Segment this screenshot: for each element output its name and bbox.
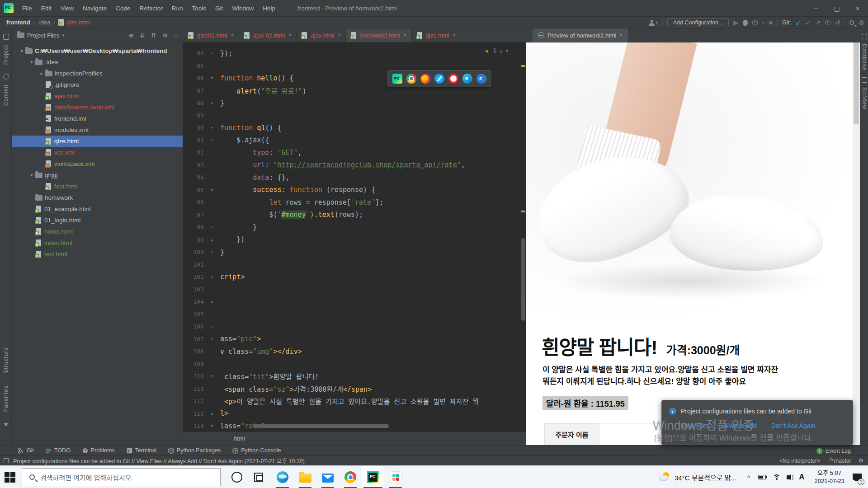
tree-item-frontend-iml[interactable]: ■frontend.iml — [12, 113, 183, 124]
battery-icon[interactable] — [758, 475, 766, 479]
tab-ajax-02-html[interactable]: Hajax-02.html× — [239, 28, 297, 42]
fold-marker-icon[interactable]: ▵ — [204, 224, 220, 230]
fold-marker-icon[interactable]: ▿ — [204, 324, 220, 329]
debug-icon[interactable] — [743, 20, 748, 26]
sidebar-item-database[interactable]: Database — [860, 44, 868, 70]
scrollbar-thumb[interactable] — [521, 238, 525, 321]
tree-item-ajax-html[interactable]: Hajax.html — [12, 90, 183, 102]
start-button[interactable] — [5, 472, 15, 483]
popup-link-view-files[interactable]: View Files — [681, 422, 710, 429]
maximize-button[interactable]: ▢ — [826, 0, 847, 17]
taskbar-app-mail[interactable] — [316, 466, 339, 488]
firefox-browser-icon[interactable] — [420, 74, 430, 84]
menu-item-refactor[interactable]: Refactor — [136, 3, 167, 14]
tree-item-workspace-xml[interactable]: <>workspace.xml — [12, 158, 183, 169]
taskbar-clock[interactable]: 오후 5:07 2021-07-23 — [815, 469, 845, 485]
code-editor[interactable]: 84▵});8586▿function hello() {87 alert("주… — [183, 42, 520, 431]
close-tab-icon[interactable]: × — [338, 32, 341, 38]
warning-stripe-mark[interactable] — [521, 65, 525, 67]
locate-file-icon[interactable]: ⊕ — [128, 32, 133, 39]
editor-vertical-scrollbar[interactable] — [520, 42, 526, 431]
close-tab-icon[interactable]: × — [404, 32, 407, 38]
profile-icon[interactable] — [752, 20, 758, 25]
tree-item--gitignore[interactable]: .gitignore — [12, 79, 183, 90]
toolwindow-problems[interactable]: Problems — [82, 447, 115, 454]
popup-link-don-t-ask-again[interactable]: Don't Ask Again — [771, 422, 816, 429]
settings-gear-icon[interactable]: ⚙ — [859, 19, 864, 26]
close-tab-icon[interactable]: × — [453, 32, 456, 38]
hide-panel-icon[interactable]: ─ — [174, 32, 178, 39]
tree-item-homework[interactable]: homework — [12, 192, 183, 203]
breadcrumb-item[interactable]: Hqize.html — [58, 19, 90, 26]
pycharm-browser-icon[interactable] — [392, 74, 402, 84]
minimize-button[interactable]: ─ — [806, 0, 826, 17]
fold-marker-icon[interactable]: ▿ — [204, 336, 220, 342]
git-commit-icon[interactable]: ✓ — [805, 19, 811, 26]
toolwindow-terminal[interactable]: Terminal — [127, 447, 156, 454]
fold-marker-icon[interactable]: ▵ — [204, 411, 220, 417]
tree-chevron-down-icon[interactable]: ▾ — [28, 60, 35, 65]
fold-marker-icon[interactable]: ▿ — [204, 125, 220, 131]
tab-qize-html[interactable]: Hqize.html× — [412, 28, 461, 42]
tree-item-qize-html[interactable]: Hqize.html — [12, 136, 183, 147]
sidebar-item-commit[interactable]: Commit — [0, 84, 12, 106]
tab-preview[interactable]: Preview of homwork2.html × — [533, 28, 628, 42]
menu-item-navigate[interactable]: Navigate — [79, 3, 111, 14]
taskbar-app-chrome[interactable] — [339, 466, 362, 488]
highlight-stripe-mark[interactable] — [521, 211, 525, 212]
ie-browser-icon[interactable] — [476, 74, 486, 84]
taskbar-app-slack[interactable] — [384, 466, 407, 488]
scrollbar-thumb[interactable] — [854, 42, 859, 124]
menu-item-window[interactable]: Window — [228, 3, 258, 14]
menu-item-help[interactable]: Help — [259, 3, 279, 14]
git-branch[interactable]: master — [828, 458, 851, 464]
menu-item-view[interactable]: View — [57, 3, 78, 14]
hidden-icons-chevron[interactable]: ^ — [747, 474, 750, 481]
tab-ajax-html[interactable]: Hajax.html× — [297, 28, 346, 42]
volume-icon[interactable] — [787, 475, 790, 479]
tree-item-01-login-html[interactable]: H01_login.html — [12, 215, 183, 226]
event-log[interactable]: 1Event Log — [816, 446, 851, 456]
tree-item-vcs-xml[interactable]: <>vcs.xml — [12, 147, 183, 158]
fold-marker-icon[interactable]: ▵ — [204, 50, 220, 56]
tree-item-index-html[interactable]: Hindex.html — [12, 237, 183, 249]
interpreter-status[interactable]: <No interpreter> — [779, 458, 821, 464]
database-icon[interactable] — [860, 34, 868, 39]
cortana-icon[interactable] — [231, 472, 242, 483]
tree-item-modules-xml[interactable]: <>modules.xml — [12, 124, 183, 136]
project-tool-icon[interactable] — [0, 34, 12, 40]
fold-marker-icon[interactable]: ▵ — [204, 274, 220, 280]
run-icon[interactable]: ▶ — [733, 19, 738, 26]
taskbar-app-pycharm[interactable] — [362, 466, 384, 488]
commit-tool-icon[interactable] — [0, 74, 12, 80]
tree-item-inspectionprofiles[interactable]: ▸inspectionProfiles — [12, 68, 183, 79]
prev-warning-icon[interactable]: ▴ — [500, 48, 502, 53]
tree-item--idea[interactable]: ▾.idea — [12, 56, 183, 68]
chevron-down-icon[interactable]: ▾ — [762, 20, 764, 25]
history-icon[interactable] — [825, 20, 830, 25]
toolwindow-git[interactable]: Git — [18, 447, 34, 454]
taskbar-app-edge[interactable] — [271, 466, 294, 488]
git-update-icon[interactable]: ↙ — [796, 19, 801, 26]
sidebar-item-favorites[interactable]: Favorites — [0, 385, 12, 412]
popup-link-always-add[interactable]: Always Add — [724, 422, 757, 429]
fold-marker-icon[interactable]: ▿ — [204, 75, 220, 81]
fold-marker-icon[interactable]: ▿ — [204, 423, 220, 429]
collapse-all-icon[interactable]: ⇈ — [151, 32, 156, 39]
sciview-icon[interactable] — [860, 77, 868, 83]
toolwindow-python-packages[interactable]: Python Packages — [168, 447, 221, 454]
fold-marker-icon[interactable]: ▿ — [204, 137, 220, 143]
tree-item-test-html[interactable]: Htest.html — [12, 249, 183, 260]
status-gear-icon[interactable]: ⚙ — [859, 457, 863, 464]
fold-marker-icon[interactable]: ▵ — [204, 100, 220, 106]
panel-settings-gear-icon[interactable]: ⚙ — [162, 32, 168, 39]
user-icon[interactable]: ▾ — [649, 20, 658, 26]
tree-chevron-down-icon[interactable]: ▾ — [28, 173, 35, 178]
search-everywhere-icon[interactable] — [849, 20, 854, 25]
tree-item-ghjgj[interactable]: ▾ghjgj — [12, 169, 183, 181]
close-button[interactable]: × — [847, 0, 868, 17]
breadcrumb-tag[interactable]: html — [234, 435, 245, 442]
sidebar-item-structure[interactable]: Structure — [0, 347, 12, 373]
status-message[interactable]: Project configurations files can be adde… — [13, 456, 305, 465]
fold-marker-icon[interactable]: ▵ — [204, 249, 220, 255]
